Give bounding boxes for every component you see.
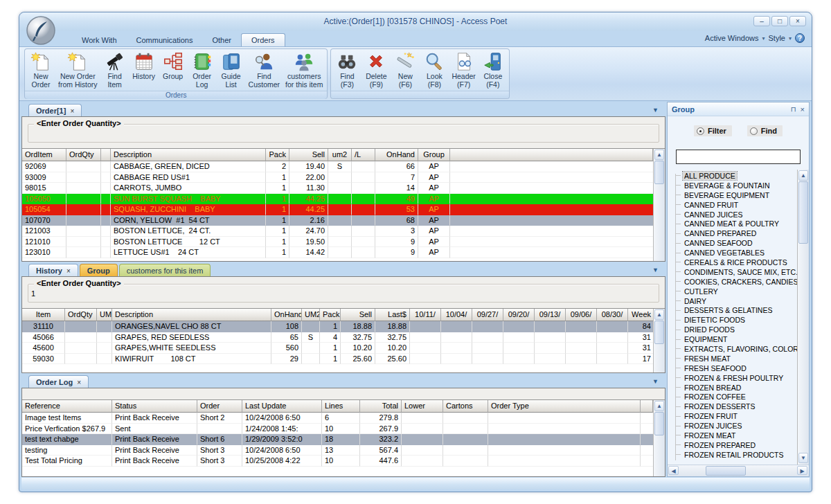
tab-customers-for-this-item[interactable]: customers for this item [119,264,211,276]
scroll-thumb[interactable] [654,321,664,344]
group-list-item[interactable]: DIETETIC FOODS [681,315,797,325]
column-header[interactable]: OrdItem [22,149,66,161]
group-list-item[interactable]: CEREALS & RICE PRODUCTS [681,258,797,267]
table-row[interactable]: 98015CARROTS, JUMBO111.3014AP [22,183,653,194]
group-search-input[interactable] [676,150,801,164]
people-group-button[interactable]: customers for this item [283,50,325,90]
group-list-item[interactable]: CANNED FRUIT [681,200,797,210]
column-header[interactable]: Order [197,400,242,413]
scroll-thumb[interactable] [654,161,664,184]
column-header[interactable]: 09/27/ [472,309,503,321]
group-list-item[interactable]: CANNED VEGETABLES [681,248,797,258]
help-icon[interactable]: ? [795,33,805,43]
column-header[interactable]: UM [97,309,112,321]
calendar-button[interactable]: History [129,50,159,82]
group-list-item[interactable]: COOKIES, CRACKERS, CANDIES [681,277,797,287]
group-list-item[interactable]: FROZEN COFFEE [681,392,797,402]
column-header[interactable]: Week [628,309,653,321]
scroll-up-icon[interactable]: ▲ [654,150,664,160]
column-header[interactable]: Description [111,149,266,161]
binoculars-button[interactable]: Find (F3) [332,50,361,90]
column-header[interactable]: Order Type [488,400,641,413]
panel-dropdown-icon[interactable]: ▼ [652,378,659,385]
tab-orders[interactable]: Orders [241,33,285,46]
table-row[interactable]: testingPrint Back ReceiveShort 310/24/20… [22,445,653,456]
column-header[interactable]: 08/30/ [597,309,628,321]
scroll-thumb[interactable] [798,181,808,244]
column-header[interactable]: Lines [322,400,360,413]
scroll-left-icon[interactable]: ◀ [668,466,679,475]
column-header[interactable]: 09/13/ [535,309,566,321]
org-chart-button[interactable]: Group [159,50,188,82]
group-list-item[interactable]: FROZEN MEAT [681,431,797,440]
column-header[interactable]: um2 [328,149,352,161]
app-logo-icon[interactable] [26,15,56,46]
group-list-item[interactable]: BEVERAGE EQUIPMENT [681,190,797,200]
group-list-item[interactable]: FROZEN FRUIT [681,411,797,421]
table-row[interactable]: 45600GRAPES,WHITE SEEDLESS560110.2010.20… [22,343,653,354]
order-log-scrollbar[interactable]: ▲ [653,400,665,476]
table-row[interactable]: 59030KIWIFRUIT 108 CT29125.6025.6017 [22,354,653,365]
order-grid-scrollbar[interactable]: ▲ [653,149,665,261]
column-header[interactable]: Lower [402,400,443,413]
style-menu[interactable]: Style [769,34,785,42]
red-x-button[interactable]: Delete (F9) [361,50,391,90]
group-list-item[interactable]: FRESH SEAFOOD [681,363,797,373]
table-row[interactable]: Test Total PricingPrint Back ReceiveShor… [22,456,653,467]
new-order-button[interactable]: New Order [26,50,55,90]
tab-close-icon[interactable]: × [70,107,74,115]
table-row[interactable]: 121003BOSTON LETTUCE, 24 CT.124.703AP [22,226,653,237]
green-notebook-button[interactable]: Order Log [188,50,217,90]
group-list-item[interactable]: CUTLERY [681,287,797,296]
chevron-down-icon[interactable]: ▾ [762,35,765,42]
column-header[interactable]: 10/04/ [441,309,472,321]
group-list-item[interactable]: CONDIMENTS, SAUCE MIX, ETC. [681,267,797,277]
column-header[interactable]: Description [112,309,271,321]
scroll-thumb[interactable] [654,412,664,435]
column-header[interactable]: Item [22,309,65,321]
door-button[interactable]: Close (F4) [479,50,508,90]
group-list-item[interactable]: EXTRACTS, FLAVORING, COLORS [681,344,797,354]
tab-order-log[interactable]: Order Log × [28,375,89,388]
panel-close-icon[interactable]: × [801,105,805,114]
group-list-item[interactable]: DAIRY [681,296,797,306]
group-list-item[interactable]: CANNED SEAFOOD [681,238,797,248]
group-list-item[interactable]: DRIED FOODS [681,325,797,334]
column-header[interactable]: OrdQty [65,309,97,321]
magic-wand-button[interactable]: New (F6) [391,50,420,90]
chevron-down-icon[interactable]: ▾ [789,35,792,42]
group-list-item[interactable]: CANNED PREPARED [681,228,797,238]
tab-close-icon[interactable]: × [77,379,81,386]
document-glasses-button[interactable]: Header (F7) [449,50,478,90]
scroll-up-icon[interactable]: ▲ [654,401,664,411]
tab-group[interactable]: Group [80,264,118,276]
tab-order-1[interactable]: Order[1] × [28,104,82,116]
active-windows-menu[interactable]: Active Windows [705,34,759,42]
column-header[interactable]: Pack [320,309,341,321]
filter-radio[interactable]: Filter [694,125,732,136]
table-row[interactable]: Image test ItemsPrint Back ReceiveShort … [22,413,653,424]
tab-other[interactable]: Other [202,34,241,46]
column-header[interactable]: Cartons [443,400,488,413]
column-header[interactable]: OnHand [271,309,302,321]
column-header[interactable]: OrdQty [66,149,101,161]
column-header[interactable]: Sell [341,309,375,321]
table-row[interactable]: 121010BOSTON LETTUCE 12 CT119.509AP [22,237,653,248]
group-list-item[interactable]: FROZEN BREAD [681,383,797,393]
minimize-button[interactable]: – [753,16,770,26]
tab-close-icon[interactable]: × [66,267,71,275]
column-header[interactable]: Last$ [375,309,410,321]
table-row[interactable]: 123010LETTUCE US#1 24 CT114.429AP [22,247,653,258]
panel-dropdown-icon[interactable]: ▼ [652,107,659,114]
scroll-thumb[interactable] [706,466,746,476]
history-grid-scrollbar[interactable]: ▲ [653,309,665,372]
column-header[interactable]: Last Update [242,400,322,413]
column-header[interactable]: 10/11/ [410,309,441,321]
maximize-button[interactable]: □ [771,16,788,26]
table-row[interactable]: test text chabgePrint Back ReceiveShort … [22,434,653,445]
new-order-history-button[interactable]: New Order from History [55,50,100,90]
group-list-item[interactable]: ALL PRODUCE [681,171,797,181]
group-list-item[interactable]: FROZEN JUICES [681,421,797,431]
person-search-button[interactable]: Find Customer [246,50,283,90]
group-horizontal-scrollbar[interactable]: ◀ ▶ [668,465,809,476]
